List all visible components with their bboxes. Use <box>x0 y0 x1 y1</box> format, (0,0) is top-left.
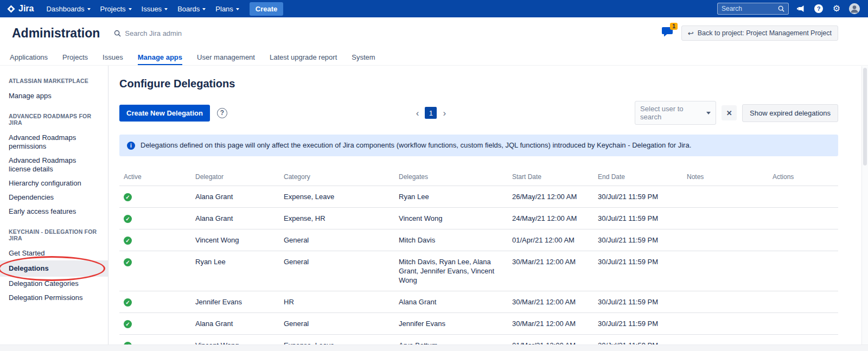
cell-delegates: Jennifer Evans <box>394 313 508 335</box>
admin-search-input[interactable] <box>125 29 250 37</box>
cell-category: General <box>279 313 394 335</box>
cell-notes <box>682 251 768 291</box>
help-icon[interactable]: ? <box>813 3 825 15</box>
nav-menu-dashboards[interactable]: Dashboards <box>41 3 95 15</box>
cell-delegates: Ryan Lee <box>394 186 508 208</box>
cell-delegator: Alana Grant <box>191 313 279 335</box>
sidebar-section-advanced-roadmaps: ADVANCED ROADMAPS FOR JIRA Advanced Road… <box>0 113 108 219</box>
jira-logo-icon <box>7 4 16 14</box>
nav-menu-projects[interactable]: Projects <box>95 3 137 15</box>
chevron-down-icon <box>706 112 711 114</box>
navbar-right: ? ⚙ <box>717 3 860 15</box>
show-expired-delegations-button[interactable]: Show expired delegations <box>742 104 838 122</box>
column-header-active: Active <box>119 168 191 186</box>
tab-latest-upgrade-report[interactable]: Latest upgrade report <box>270 49 337 65</box>
tab-applications[interactable]: Applications <box>10 49 48 65</box>
admin-search <box>114 29 250 37</box>
active-check-icon: ✓ <box>124 237 132 245</box>
prev-page-icon[interactable]: ‹ <box>414 109 422 118</box>
sidebar-item-label: Delegations <box>9 264 49 272</box>
clear-filter-button[interactable]: ✕ <box>722 105 737 120</box>
horizontal-scrollbar[interactable] <box>0 344 868 351</box>
sidebar-item-manage-apps[interactable]: Manage apps <box>0 89 108 103</box>
column-header-category: Category <box>279 168 394 186</box>
sidebar-item-advanced-roadmaps-permissions[interactable]: Advanced Roadmaps permissions <box>0 131 108 154</box>
cell-active: ✓ <box>119 291 191 313</box>
next-page-icon[interactable]: › <box>441 109 448 118</box>
info-banner: i Delegations defined on this page will … <box>119 135 838 156</box>
main-content: Configure Delegations Create New Delegat… <box>108 66 868 351</box>
user-search-select-placeholder: Select user to search <box>640 105 706 121</box>
table-row: ✓ Alana Grant Expense, HR Vincent Wong 2… <box>119 208 838 229</box>
nav-menu-plans[interactable]: Plans <box>210 3 244 15</box>
back-to-project-button[interactable]: ↩ Back to project: Project Management Pr… <box>681 25 838 41</box>
section-title: Configure Delegations <box>119 78 838 90</box>
sidebar-item-delegations[interactable]: Delegations <box>0 260 108 277</box>
create-button[interactable]: Create <box>250 2 283 16</box>
delegations-table: Active Delegator Category Delegates Star… <box>119 168 838 351</box>
cell-delegates: Mitch Davis <box>394 229 508 251</box>
jira-logo[interactable]: Jira <box>7 4 34 14</box>
cell-start-date: 01/Apr/21 12:00 AM <box>508 229 593 251</box>
help-icon-glyph: ? <box>814 4 823 13</box>
cell-actions <box>768 208 838 229</box>
cell-notes <box>682 186 768 208</box>
table-row: ✓ Alana Grant Expense, Leave Ryan Lee 26… <box>119 186 838 208</box>
nav-menu-label: Boards <box>177 5 200 13</box>
sidebar-item-delegation-categories[interactable]: Delegation Categories <box>0 277 108 291</box>
controls-right: Select user to search ✕ Show expired del… <box>635 101 838 125</box>
sidebar-item-hierarchy-configuration[interactable]: Hierarchy configuration <box>0 176 108 190</box>
sidebar-item-delegation-permissions[interactable]: Delegation Permissions <box>0 291 108 305</box>
sidebar-section-heading: ATLASSIAN MARKETPLACE <box>0 78 108 84</box>
vertical-scrollbar-thumb[interactable] <box>863 68 867 165</box>
cell-end-date: 30/Jul/21 11:59 PM <box>593 186 682 208</box>
cell-category: HR <box>279 291 394 313</box>
cell-start-date: 30/Mar/21 12:00 AM <box>508 291 593 313</box>
tab-system[interactable]: System <box>352 49 375 65</box>
sidebar-item-dependencies[interactable]: Dependencies <box>0 190 108 205</box>
help-icon[interactable]: ? <box>217 108 227 118</box>
top-navbar: Jira Dashboards Projects Issues Boards P… <box>0 0 868 17</box>
sidebar-section-marketplace: ATLASSIAN MARKETPLACE Manage apps <box>0 78 108 103</box>
cell-category: General <box>279 251 394 291</box>
tab-user-management[interactable]: User management <box>197 49 255 65</box>
cell-delegates: Mitch Davis, Ryan Lee, Alana Grant, Jenn… <box>394 251 508 291</box>
cell-notes <box>682 229 768 251</box>
chevron-down-icon <box>164 8 168 10</box>
cell-category: Expense, HR <box>279 208 394 229</box>
navbar-search <box>717 3 789 15</box>
column-header-actions: Actions <box>768 168 838 186</box>
navbar-search-input[interactable] <box>722 5 775 12</box>
cell-category: Expense, Leave <box>279 186 394 208</box>
cell-delegator: Vincent Wong <box>191 229 279 251</box>
cell-notes <box>682 208 768 229</box>
active-check-icon: ✓ <box>124 215 132 223</box>
user-avatar[interactable] <box>848 3 860 15</box>
column-header-notes: Notes <box>682 168 768 186</box>
cell-active: ✓ <box>119 208 191 229</box>
sidebar: ATLASSIAN MARKETPLACE Manage apps ADVANC… <box>0 66 108 351</box>
tab-manage-apps[interactable]: Manage apps <box>138 49 182 65</box>
nav-menu-boards[interactable]: Boards <box>173 3 210 15</box>
sidebar-item-early-access-features[interactable]: Early access features <box>0 205 108 219</box>
nav-menu-label: Projects <box>100 5 126 13</box>
page-title: Administration <box>12 26 100 41</box>
cell-actions <box>768 291 838 313</box>
create-new-delegation-button[interactable]: Create New Delegation <box>119 105 210 122</box>
announcement-icon[interactable] <box>795 3 807 15</box>
tab-projects[interactable]: Projects <box>62 49 88 65</box>
current-page-button[interactable]: 1 <box>425 107 437 119</box>
chevron-down-icon <box>202 8 206 10</box>
cell-actions <box>768 313 838 335</box>
nav-menu-issues[interactable]: Issues <box>137 3 173 15</box>
sidebar-item-get-started[interactable]: Get Started <box>0 246 108 260</box>
notifications-icon[interactable]: 1 <box>662 27 673 39</box>
settings-gear-icon[interactable]: ⚙ <box>831 3 843 15</box>
column-header-delegates: Delegates <box>394 168 508 186</box>
user-search-select[interactable]: Select user to search <box>635 101 716 125</box>
sidebar-section-heading: ADVANCED ROADMAPS FOR JIRA <box>0 113 108 126</box>
sidebar-item-advanced-roadmaps-license-details[interactable]: Advanced Roadmaps license details <box>0 154 108 176</box>
table-row: ✓ Jennifer Evans HR Alana Grant 30/Mar/2… <box>119 291 838 313</box>
tab-issues[interactable]: Issues <box>103 49 123 65</box>
vertical-scrollbar[interactable] <box>861 66 868 344</box>
